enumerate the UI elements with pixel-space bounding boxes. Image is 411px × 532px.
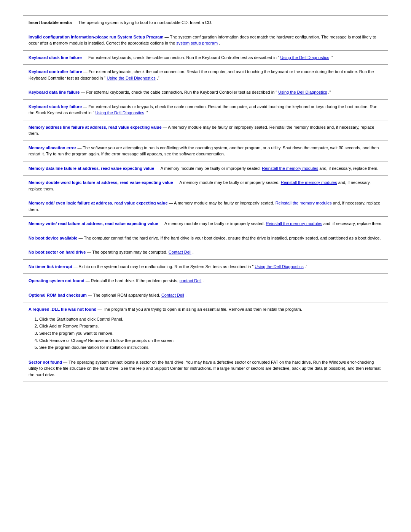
entry-text: Operating system not found — Reinstall t… <box>29 278 382 284</box>
entry-title: Invalid configuration information-please… <box>29 35 164 39</box>
entry-body: — The computer cannot find the hard driv… <box>78 236 381 240</box>
entry-text: Memory address line failure at address, … <box>29 124 382 137</box>
entry-title: Keyboard controller failure <box>29 69 82 74</box>
entry-text: Memory write/ read failure at address, r… <box>29 220 382 227</box>
entry-body: — A memory module may be faulty or impro… <box>159 221 266 226</box>
entry-title: Memory write/ read failure at address, r… <box>29 221 158 226</box>
entry-body: — The operating system is trying to boot… <box>73 20 212 25</box>
entry-memory-data-line-failure: Memory data line failure at address, rea… <box>23 161 388 176</box>
link-dell-diag-1[interactable]: Using the Dell Diagnostics <box>280 55 329 60</box>
link-contact-dell-3[interactable]: Contact Dell <box>161 293 184 297</box>
entry-title: Memory allocation error <box>29 145 76 150</box>
list-item: See the program documentation for instal… <box>39 344 382 351</box>
entry-text: Optional ROM bad checksum — The optional… <box>29 292 382 299</box>
entry-title: Keyboard data line failure <box>29 90 80 94</box>
entry-body: — The operating system may be corrupted. <box>87 250 168 254</box>
entry-body: — For external keyboards, check the cabl… <box>81 90 277 94</box>
link-system-setup[interactable]: system setup program <box>176 41 218 45</box>
entry-title: No boot device available <box>29 236 77 240</box>
entry-body-suffix: . <box>202 278 204 283</box>
entry-text: Memory double word logic failure at addr… <box>29 179 382 192</box>
link-dell-diag-2[interactable]: Using the Dell Diagnostics <box>107 76 155 80</box>
entry-title: Insert bootable media <box>29 20 72 25</box>
entry-body: — The optional ROM apparently failed. <box>88 293 161 297</box>
entry-body-suffix: .” <box>157 76 159 80</box>
entry-text: Keyboard controller failure — For extern… <box>29 69 382 81</box>
entry-body-suffix: .” <box>330 55 333 60</box>
entry-text: No timer tick interrupt — A chip on the … <box>29 264 382 270</box>
entry-body-suffix: and, if necessary, replace them. <box>319 166 378 171</box>
entry-keyboard-stuck-key-failure: Keyboard stuck key failure — For externa… <box>23 100 388 120</box>
entry-title: No boot sector on hard drive <box>29 250 86 254</box>
entry-body-suffix: .” <box>328 90 331 94</box>
entry-text: Memory allocation error — The software y… <box>29 145 382 157</box>
link-reinstall-1[interactable]: Reinstall the memory modules <box>262 166 318 171</box>
entry-body: — A chip on the system board may be malf… <box>73 264 253 269</box>
link-dell-diag-3[interactable]: Using the Dell Diagnostics <box>278 90 327 94</box>
entry-text: Memory odd/ even logic failure at addres… <box>29 200 382 212</box>
link-reinstall-4[interactable]: Reinstall the memory modules <box>266 221 322 226</box>
entry-title: Operating system not found <box>29 278 84 283</box>
entry-optional-rom-bad-checksum: Optional ROM bad checksum — The optional… <box>23 288 388 303</box>
entry-text: Insert bootable media — The operating sy… <box>29 19 382 26</box>
entry-body-suffix: .” <box>305 264 307 269</box>
entry-text: Keyboard data line failure — For externa… <box>29 89 382 96</box>
entry-title: Optional ROM bad checksum <box>29 293 87 297</box>
list-item: Click Add or Remove Programs. <box>39 323 382 330</box>
entry-body: — The software you are attempting to run… <box>29 145 379 157</box>
entry-no-boot-device-available: No boot device available — The computer … <box>23 231 388 246</box>
list-item: Click Remove or Change/ Remove and follo… <box>39 337 382 344</box>
entry-no-boot-sector-on-hard-drive: No boot sector on hard drive — The opera… <box>23 245 388 260</box>
link-dell-diag-4[interactable]: Using the Dell Diagnostics <box>95 110 144 115</box>
entry-memory-allocation-error: Memory allocation error — The software y… <box>23 141 388 161</box>
entry-title: Memory address line failure at address, … <box>29 125 162 129</box>
entry-text: A required .DLL file was not found — The… <box>29 306 382 313</box>
entry-body-suffix: and, if necessary, replace them. <box>323 221 382 226</box>
entry-body-suffix: . <box>219 41 220 45</box>
entry-body: — A memory module may be faulty or impro… <box>174 180 281 185</box>
entry-body: — A memory module may be faulty or impro… <box>169 201 276 205</box>
entry-keyboard-controller-failure: Keyboard controller failure — For extern… <box>23 65 388 85</box>
entry-body: — For external keyboards, check the cabl… <box>83 55 279 60</box>
entry-text: Invalid configuration information-please… <box>29 34 382 46</box>
entry-text: Memory data line failure at address, rea… <box>29 165 382 172</box>
entry-body: — A memory module may be faulty or impro… <box>155 166 262 171</box>
entry-no-timer-tick-interrupt: No timer tick interrupt — A chip on the … <box>23 260 388 274</box>
entry-title: Memory odd/ even logic failure at addres… <box>29 201 168 205</box>
entry-required-dll-not-found: A required .DLL file was not found — The… <box>23 302 388 355</box>
entry-title: Memory double word logic failure at addr… <box>29 180 173 185</box>
content-container: Insert bootable media — The operating sy… <box>23 15 388 382</box>
entry-body-suffix: . <box>193 250 194 254</box>
entry-keyboard-clock-line-failure: Keyboard clock line failure — For extern… <box>23 51 388 65</box>
entry-title: A required .DLL file was not found <box>29 307 96 312</box>
entry-sector-not-found: Sector not found — The operating system … <box>23 355 388 382</box>
entry-text: No boot device available — The computer … <box>29 235 382 241</box>
link-contact-dell-1[interactable]: Contact Dell <box>169 250 191 254</box>
entry-memory-double-word-logic-failure: Memory double word logic failure at addr… <box>23 176 388 196</box>
entry-body: — Reinstall the hard drive. If the probl… <box>86 278 180 283</box>
entry-keyboard-data-line-failure: Keyboard data line failure — For externa… <box>23 85 388 100</box>
entry-list: Click the Start button and click Control… <box>39 316 382 351</box>
link-reinstall-2[interactable]: Reinstall the memory modules <box>281 180 337 185</box>
entry-operating-system-not-found: Operating system not found — Reinstall t… <box>23 274 388 288</box>
entry-title: Sector not found <box>29 360 62 364</box>
entry-body: — The program that you are trying to ope… <box>98 307 302 312</box>
entry-title: Keyboard clock line failure <box>29 55 82 60</box>
link-reinstall-3[interactable]: Reinstall the memory modules <box>276 201 332 205</box>
list-item: Click the Start button and click Control… <box>39 316 382 323</box>
entry-title: No timer tick interrupt <box>29 264 72 269</box>
entry-memory-address-line-failure: Memory address line failure at address, … <box>23 120 388 141</box>
entry-invalid-configuration: Invalid configuration information-please… <box>23 30 388 51</box>
entry-text: Keyboard clock line failure — For extern… <box>29 54 382 61</box>
entry-memory-odd-even-logic-failure: Memory odd/ even logic failure at addres… <box>23 196 388 217</box>
entry-insert-bootable-media: Insert bootable media — The operating sy… <box>23 15 388 30</box>
link-dell-diag-5[interactable]: Using the Dell Diagnostics <box>255 264 303 269</box>
entry-text: Keyboard stuck key failure — For externa… <box>29 104 382 116</box>
entry-memory-write-read-failure: Memory write/ read failure at address, r… <box>23 217 388 231</box>
link-contact-dell-2[interactable]: contact Dell <box>180 278 201 283</box>
entry-title: Keyboard stuck key failure <box>29 104 82 109</box>
entry-body-suffix: . <box>185 293 186 297</box>
entry-body: — The operating system cannot locate a s… <box>29 360 381 377</box>
entry-text: Sector not found — The operating system … <box>29 359 382 378</box>
list-item: Select the program you want to remove. <box>39 330 382 337</box>
